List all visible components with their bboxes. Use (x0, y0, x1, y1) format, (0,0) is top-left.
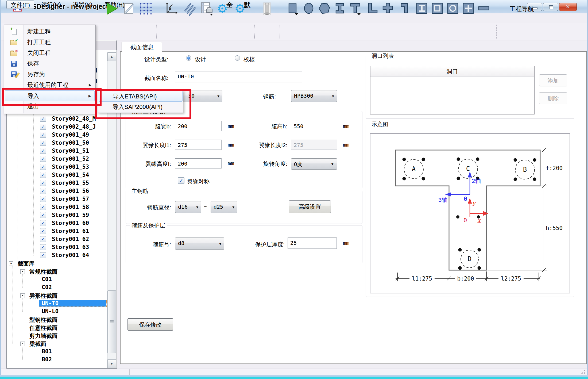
tree-collapse-icon[interactable]: - (9, 261, 13, 266)
close-button[interactable]: ✕ (559, 3, 577, 11)
tree-item[interactable]: -常规柱截面 (7, 267, 115, 275)
project-navigator-button[interactable]: 工程导航 (509, 5, 534, 13)
tree-item[interactable]: 型钢柱截面 (7, 316, 115, 324)
flange-symmetric-checkbox[interactable]: ✓ (178, 177, 184, 184)
tree-item[interactable]: -截面库 (7, 259, 115, 267)
tree-item[interactable]: ✓Story001_54 (7, 171, 115, 179)
web-height-input[interactable]: 550 (291, 121, 337, 131)
tree-item[interactable]: B01 (7, 348, 115, 356)
scroll-down-icon[interactable]: ▼ (107, 359, 116, 368)
toolbar-gear-default-button[interactable]: ⚙ 默 (235, 2, 250, 16)
rebar-diameter-to-select[interactable]: d25▼ (211, 201, 237, 213)
menu-run[interactable]: 运行(R) (37, 1, 65, 9)
tree-item-selected[interactable]: UN-T0 (7, 300, 115, 308)
tree-item[interactable]: ✓Story001_57 (7, 195, 115, 203)
shape-rect-button[interactable] (286, 2, 301, 16)
tree-item[interactable]: 任意柱截面 (7, 324, 115, 332)
design-radio[interactable] (186, 55, 191, 61)
cover-thickness-input[interactable]: 25 (288, 238, 337, 249)
section-name-input[interactable]: UN-T0 (175, 71, 302, 82)
shape-boxed-circle-button[interactable] (446, 2, 461, 16)
toolbar-gear-full-button[interactable]: ⚙ 全 (217, 2, 232, 16)
file-menu-item[interactable]: ✓打开工程 (5, 37, 95, 48)
tree-item[interactable]: ✓Story001_52 (7, 155, 115, 163)
checkbox-checked-icon[interactable]: ✓ (40, 228, 46, 234)
file-menu-item[interactable]: 另存为 (5, 69, 95, 80)
tree-item[interactable]: -梁截面 (7, 340, 115, 348)
checkbox-checked-icon[interactable]: ✓ (40, 116, 46, 122)
shape-zshape-button[interactable] (398, 2, 413, 16)
checkbox-checked-icon[interactable]: ✓ (40, 132, 46, 138)
tree-collapse-icon[interactable]: - (20, 342, 25, 346)
checkbox-checked-icon[interactable]: ✓ (40, 220, 46, 226)
add-opening-button[interactable]: 添加 (539, 74, 567, 86)
delete-opening-button[interactable]: 删除 (539, 92, 567, 104)
toolbar-grid-button[interactable] (139, 2, 154, 16)
maximize-button[interactable] (543, 3, 558, 11)
check-radio[interactable] (235, 55, 240, 61)
checkbox-checked-icon[interactable]: ✓ (40, 244, 46, 250)
shape-boxed-i-button[interactable] (415, 2, 430, 16)
file-menu-item[interactable]: ✕关闭工程 (5, 48, 95, 58)
tree-item[interactable]: ✓Story001_49 (7, 131, 115, 139)
tree-item[interactable]: ✓Story001_63 (7, 243, 115, 251)
design-radio-label[interactable]: 设计 (195, 56, 206, 63)
tree-item[interactable]: ✓Story001_64 (7, 251, 115, 259)
shape-bar-button[interactable] (477, 2, 492, 16)
save-changes-button[interactable]: 保存修改 (127, 318, 173, 331)
checkbox-checked-icon[interactable]: ✓ (40, 196, 46, 202)
flange-symmetric-label[interactable]: 翼缘对称 (187, 178, 210, 185)
menu-settings[interactable]: 设置(S) (69, 1, 96, 9)
tree-item[interactable]: ✓Story001_51 (7, 147, 115, 155)
tree-scrollbar-thumb[interactable] (107, 290, 116, 353)
shape-boxed-square-button[interactable] (430, 2, 445, 16)
tree-item[interactable]: ✓Story001_56 (7, 187, 115, 195)
flange-height-input[interactable]: 200 (175, 158, 222, 169)
checkbox-checked-icon[interactable]: ✓ (40, 180, 46, 186)
checkbox-checked-icon[interactable]: ✓ (40, 204, 46, 210)
tree-item[interactable]: C02 (7, 284, 115, 292)
rebar-diameter-from-select[interactable]: d16▼ (175, 201, 201, 213)
tree-item[interactable]: 剪力墙截面 (7, 332, 115, 340)
checkbox-checked-icon[interactable]: ✓ (40, 148, 46, 154)
tree-item[interactable]: ✓Story001_60 (7, 219, 115, 227)
web-width-input[interactable]: 200 (175, 121, 222, 131)
shape-lshape-button[interactable] (365, 2, 380, 16)
tab-section-info[interactable]: 截面信息 (122, 42, 162, 52)
shape-boxed-cross-button[interactable] (461, 2, 476, 16)
tree-collapse-icon[interactable]: - (20, 293, 25, 298)
stirrup-number-select[interactable]: d8▼ (175, 238, 224, 250)
shape-ibeam-button[interactable] (333, 2, 348, 16)
toolbar-edit-report-button[interactable] (122, 2, 137, 16)
advanced-settings-button[interactable]: 高级设置 (289, 200, 331, 213)
tree-item[interactable]: B02 (7, 356, 115, 364)
toolbar-rebar-button[interactable] (183, 2, 198, 16)
tree-collapse-icon[interactable]: - (20, 269, 25, 274)
checkbox-checked-icon[interactable]: ✓ (40, 236, 46, 242)
shape-cross-button[interactable] (381, 2, 396, 16)
checkbox-checked-icon[interactable]: ✓ (40, 212, 46, 218)
toolbar-run-button[interactable] (105, 2, 120, 16)
checkbox-checked-icon[interactable]: ✓ (40, 140, 46, 146)
check-radio-label[interactable]: 校核 (243, 56, 255, 63)
tree-item[interactable]: ✓Story001_50 (7, 139, 115, 147)
checkbox-checked-icon[interactable]: ✓ (40, 156, 46, 162)
tree-item[interactable]: UN-L0 (7, 308, 115, 316)
checkbox-checked-icon[interactable]: ✓ (40, 188, 46, 194)
shape-polygon-button[interactable] (317, 2, 332, 16)
shape-circle-button[interactable] (302, 2, 317, 16)
menu-file[interactable]: 文件(F) (6, 1, 34, 9)
toolbar-table-print-button[interactable] (200, 2, 215, 16)
checkbox-checked-icon[interactable]: ✓ (40, 252, 46, 258)
tree-item[interactable]: C01 (7, 275, 115, 284)
tree-item[interactable]: ✓Story001_53 (7, 163, 115, 171)
tree-item[interactable]: ✓Story001_55 (7, 179, 115, 187)
rotate-angle-select[interactable]: 0度▼ (291, 158, 337, 170)
file-menu-item[interactable]: 保存 (5, 58, 95, 69)
tree-item[interactable]: ✓Story001_61 (7, 227, 115, 235)
checkbox-checked-icon[interactable]: ✓ (40, 124, 46, 130)
file-menu-item[interactable]: +新建工程 (5, 26, 95, 37)
tree-item[interactable]: ✓Story001_62 (7, 235, 115, 243)
checkbox-checked-icon[interactable]: ✓ (40, 172, 46, 178)
rebar-grade-select[interactable]: HPB300▼ (291, 90, 337, 102)
